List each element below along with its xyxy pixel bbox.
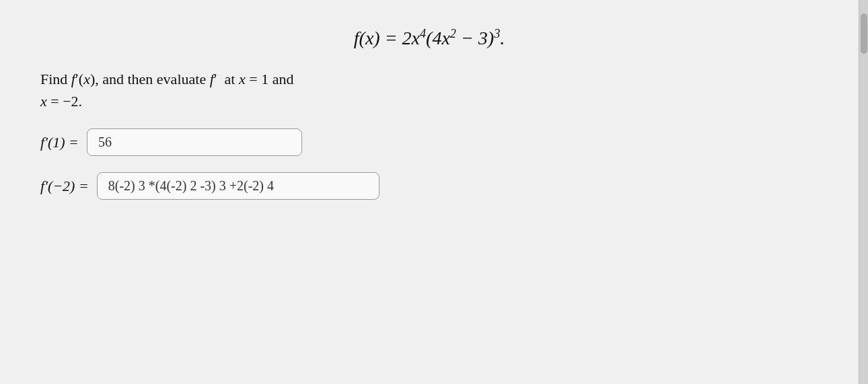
scrollbar[interactable]: [859, 0, 868, 384]
formula-display: f(x) = 2x4(4x2 − 3)3.: [40, 27, 818, 49]
answer1-label: f′(1) =: [40, 134, 79, 151]
scrollbar-thumb[interactable]: [861, 13, 867, 54]
formula-text: f(x) = 2x4(4x2 − 3)3.: [354, 28, 505, 48]
instruction-line1: Find f′(x), and then evaluate f′ at x = …: [40, 71, 293, 87]
main-content: f(x) = 2x4(4x2 − 3)3. Find f′(x), and th…: [0, 0, 859, 384]
answer1-input[interactable]: [87, 128, 302, 156]
answer2-input[interactable]: [97, 172, 379, 200]
answer-row-2: f′(−2) =: [40, 172, 818, 200]
instruction-line2: x = −2.: [40, 93, 82, 110]
answer-row-1: f′(1) =: [40, 128, 818, 156]
instruction-text: Find f′(x), and then evaluate f′ at x = …: [40, 68, 818, 112]
answer2-label: f′(−2) =: [40, 178, 89, 195]
